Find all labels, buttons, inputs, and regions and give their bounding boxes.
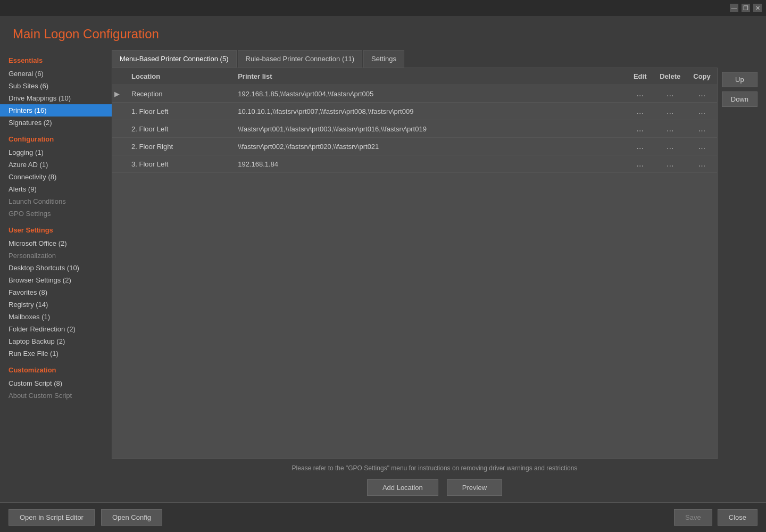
- sidebar-item-mailboxes[interactable]: Mailboxes (1): [0, 311, 112, 323]
- table-row: 3. Floor Left192.168.1.84.........: [112, 155, 717, 173]
- sidebar-item-registry[interactable]: Registry (14): [0, 298, 112, 311]
- edit-col-header: Edit: [627, 68, 653, 85]
- sidebar-item-drive-mappings[interactable]: Drive Mappings (10): [0, 92, 112, 104]
- sidebar-item-logging[interactable]: Logging (1): [0, 146, 112, 159]
- table-row: ▶Reception192.168.1.85,\\fastsrv\prt004,…: [112, 85, 717, 103]
- up-button[interactable]: Up: [722, 72, 757, 87]
- sidebar-item-browser-settings[interactable]: Browser Settings (2): [0, 274, 112, 286]
- restore-button[interactable]: ❒: [742, 4, 750, 12]
- tabs-bar: Menu-Based Printer Connection (5)Rule-ba…: [112, 50, 757, 68]
- side-buttons: Up Down: [718, 68, 757, 459]
- printer-list-cell-1: 192.168.1.85,\\fastsrv\prt004,\\fastsrv\…: [231, 85, 627, 103]
- minimize-button[interactable]: —: [730, 4, 738, 12]
- sidebar-item-desktop-shortcuts[interactable]: Desktop Shortcuts (10): [0, 262, 112, 274]
- sidebar-item-general[interactable]: General (6): [0, 68, 112, 80]
- delete-cell-1[interactable]: ...: [653, 85, 687, 103]
- table-container: Location Printer list Edit Delete Copy ▶…: [112, 68, 718, 459]
- copy-col-header: Copy: [687, 68, 717, 85]
- bottom-info: Please refer to the "GPO Settings" menu …: [112, 459, 757, 475]
- tab-menu-based[interactable]: Menu-Based Printer Connection (5): [112, 50, 237, 68]
- sidebar-section-customization: Customization: [0, 360, 112, 377]
- edit-cell-5[interactable]: ...: [627, 155, 653, 173]
- bottom-buttons: Add Location Preview: [112, 475, 757, 502]
- save-button[interactable]: Save: [674, 509, 712, 526]
- footer-left: Open in Script Editor Open Config: [9, 509, 162, 526]
- delete-cell-4[interactable]: ...: [653, 138, 687, 155]
- sidebar-item-sub-sites[interactable]: Sub Sites (6): [0, 80, 112, 92]
- sidebar-item-microsoft-office[interactable]: Microsoft Office (2): [0, 237, 112, 250]
- close-button[interactable]: ✕: [753, 4, 762, 12]
- sidebar-item-connectivity[interactable]: Connectivity (8): [0, 171, 112, 183]
- sidebar-item-azure-ad[interactable]: Azure AD (1): [0, 159, 112, 171]
- location-cell-2: 1. Floor Left: [125, 103, 231, 120]
- edit-cell-1[interactable]: ...: [627, 85, 653, 103]
- location-cell-4: 2. Floor Right: [125, 138, 231, 155]
- sidebar-item-personalization: Personalization: [0, 250, 112, 262]
- close-button-footer[interactable]: Close: [718, 509, 757, 526]
- copy-cell-4[interactable]: ...: [687, 138, 717, 155]
- open-script-editor-button[interactable]: Open in Script Editor: [9, 509, 95, 526]
- printer-list-cell-2: 10.10.10.1,\\fastsrv\prt007,\\fastsrv\pr…: [231, 103, 627, 120]
- tab-rule-based[interactable]: Rule-based Printer Connection (11): [238, 50, 363, 68]
- edit-cell-3[interactable]: ...: [627, 120, 653, 138]
- sidebar-item-printers[interactable]: Printers (16): [0, 104, 112, 117]
- printer-list-cell-3: \\fastsrv\prt001,\\fastsrv\prt003,\\fast…: [231, 120, 627, 138]
- printer-table: Location Printer list Edit Delete Copy ▶…: [112, 68, 717, 173]
- copy-cell-1[interactable]: ...: [687, 85, 717, 103]
- expand-col-header: [112, 68, 125, 85]
- sidebar-item-run-exe-file[interactable]: Run Exe File (1): [0, 347, 112, 360]
- main-window: Main Logon Configuration EssentialsGener…: [0, 16, 766, 532]
- preview-button[interactable]: Preview: [447, 479, 502, 496]
- location-col-header: Location: [125, 68, 231, 85]
- expand-cell-3[interactable]: [112, 120, 125, 138]
- footer: Open in Script Editor Open Config Save C…: [0, 502, 766, 532]
- printer-list-cell-5: 192.168.1.84: [231, 155, 627, 173]
- location-cell-3: 2. Floor Left: [125, 120, 231, 138]
- title-bar: — ❒ ✕: [0, 0, 766, 16]
- table-row: 1. Floor Left10.10.10.1,\\fastsrv\prt007…: [112, 103, 717, 120]
- tab-settings[interactable]: Settings: [363, 50, 404, 68]
- sidebar-item-launch-conditions: Launch Conditions: [0, 195, 112, 207]
- panel-inner: Location Printer list Edit Delete Copy ▶…: [112, 68, 757, 459]
- content-area: EssentialsGeneral (6)Sub Sites (6)Drive …: [0, 50, 766, 502]
- printer-list-cell-4: \\fastsrv\prt002,\\fastsrv\prt020,\\fast…: [231, 138, 627, 155]
- copy-cell-2[interactable]: ...: [687, 103, 717, 120]
- open-config-button[interactable]: Open Config: [101, 509, 162, 526]
- printer-list-col-header: Printer list: [231, 68, 627, 85]
- app-title: Main Logon Configuration: [0, 16, 766, 50]
- expand-cell-2[interactable]: [112, 103, 125, 120]
- table-header-row: Location Printer list Edit Delete Copy: [112, 68, 717, 85]
- table-row: 2. Floor Left\\fastsrv\prt001,\\fastsrv\…: [112, 120, 717, 138]
- add-location-button[interactable]: Add Location: [367, 479, 438, 496]
- location-cell-1: Reception: [125, 85, 231, 103]
- sidebar-item-gpo-settings: GPO Settings: [0, 207, 112, 220]
- edit-cell-4[interactable]: ...: [627, 138, 653, 155]
- footer-right: Save Close: [674, 509, 757, 526]
- expand-cell-5[interactable]: [112, 155, 125, 173]
- delete-cell-3[interactable]: ...: [653, 120, 687, 138]
- expand-cell-4[interactable]: [112, 138, 125, 155]
- window-controls: — ❒ ✕: [730, 4, 762, 12]
- copy-cell-5[interactable]: ...: [687, 155, 717, 173]
- main-panel: Menu-Based Printer Connection (5)Rule-ba…: [112, 50, 757, 502]
- sidebar-item-signatures[interactable]: Signatures (2): [0, 117, 112, 129]
- delete-col-header: Delete: [653, 68, 687, 85]
- sidebar-item-custom-script[interactable]: Custom Script (8): [0, 377, 112, 389]
- table-row: 2. Floor Right\\fastsrv\prt002,\\fastsrv…: [112, 138, 717, 155]
- sidebar-section-user-settings: User Settings: [0, 220, 112, 237]
- sidebar-item-alerts[interactable]: Alerts (9): [0, 183, 112, 195]
- sidebar-item-favorites[interactable]: Favorites (8): [0, 286, 112, 298]
- down-button[interactable]: Down: [722, 92, 757, 107]
- delete-cell-2[interactable]: ...: [653, 103, 687, 120]
- sidebar-item-laptop-backup[interactable]: Laptop Backup (2): [0, 335, 112, 347]
- sidebar-item-about-custom-script: About Custom Script: [0, 389, 112, 402]
- sidebar-section-configuration: Configuration: [0, 129, 112, 146]
- delete-cell-5[interactable]: ...: [653, 155, 687, 173]
- edit-cell-2[interactable]: ...: [627, 103, 653, 120]
- copy-cell-3[interactable]: ...: [687, 120, 717, 138]
- sidebar-section-essentials: Essentials: [0, 50, 112, 68]
- location-cell-5: 3. Floor Left: [125, 155, 231, 173]
- panel-with-buttons: Location Printer list Edit Delete Copy ▶…: [112, 68, 757, 502]
- expand-cell-1[interactable]: ▶: [112, 85, 125, 103]
- sidebar-item-folder-redirection[interactable]: Folder Redirection (2): [0, 323, 112, 335]
